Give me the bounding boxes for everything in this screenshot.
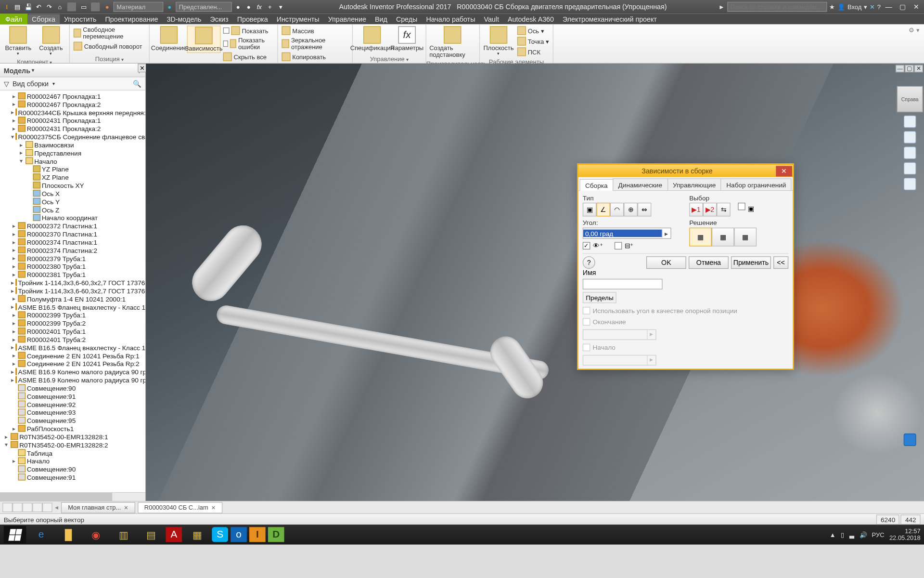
tree-node[interactable]: ▸R00002379 Труба:1 xyxy=(1,254,145,262)
assembly-view-dropdown[interactable]: Вид сборки xyxy=(13,80,49,88)
dialog-help-button[interactable]: ? xyxy=(583,256,595,269)
qat-redo-icon[interactable]: ↷ xyxy=(45,2,53,11)
view-mode-2[interactable] xyxy=(13,503,23,512)
dialog-tab-2[interactable]: Управляющие xyxy=(667,178,721,190)
ok-button[interactable]: OK xyxy=(646,256,686,269)
qat-add-icon[interactable]: + xyxy=(266,2,274,11)
qat-extra2-icon[interactable]: ● xyxy=(244,2,253,11)
type-symmetry-icon[interactable]: ⇔ xyxy=(638,203,651,216)
tree-node[interactable]: ▸R00002467 Прокладка:1 xyxy=(1,92,145,100)
pick-chain-check[interactable] xyxy=(738,203,745,210)
taskbar-app1-icon[interactable]: ▥ xyxy=(111,526,136,543)
menu-Проверка[interactable]: Проверка xyxy=(233,14,272,24)
show-errors-button[interactable]: Показать ошибки xyxy=(222,36,275,51)
vp-min-icon[interactable]: — xyxy=(896,65,904,73)
show-button[interactable]: Показать xyxy=(222,26,275,36)
limits-header[interactable]: Пределы xyxy=(583,292,616,303)
nav-pan-icon[interactable] xyxy=(904,146,916,159)
ucs-button[interactable]: ПСК xyxy=(516,47,550,57)
menu-Управление[interactable]: Управление xyxy=(324,14,371,24)
qat-select-icon[interactable]: ▭ xyxy=(79,2,88,11)
dialog-tab-3[interactable]: Набор ограничений xyxy=(721,178,792,190)
qat-material-icon[interactable]: ● xyxy=(103,2,112,11)
view-mode-1[interactable] xyxy=(2,503,13,512)
menu-Сборка[interactable]: Сборка xyxy=(27,14,60,24)
qat-home-icon[interactable]: ⌂ xyxy=(55,2,64,11)
solution-1-icon[interactable]: ▦ xyxy=(689,228,712,247)
taskbar-ie-icon[interactable]: e xyxy=(29,526,54,543)
tree-node[interactable]: Начало координат xyxy=(1,213,145,222)
tray-vol-icon[interactable]: 🔊 xyxy=(860,531,867,538)
tree-node[interactable]: ▾R0TN35452-00-EMR132828:2 xyxy=(1,440,145,448)
tree-node[interactable]: XZ Plane xyxy=(1,173,145,181)
signin-icon[interactable]: 👤 xyxy=(837,3,845,10)
tree-node[interactable]: ▸Представления xyxy=(1,148,145,157)
preview-check[interactable]: ✓ xyxy=(583,242,590,250)
signin-label[interactable]: Вход xyxy=(847,3,861,10)
tree-node[interactable]: ▸ASME B16.9 Колено малого радиуса 90 гра… xyxy=(1,376,145,384)
tree-node[interactable]: Совмещение:95 xyxy=(1,416,145,424)
tree-node[interactable]: ▸R00002431 Прокладка:2 xyxy=(1,124,145,132)
filter-icon[interactable]: ▽ xyxy=(4,79,9,88)
create-button[interactable]: Создать▾ xyxy=(35,26,66,57)
apply-button[interactable]: Применить xyxy=(731,256,771,269)
tray-lang[interactable]: РУС xyxy=(872,531,885,538)
hide-all-button[interactable]: Скрыть все xyxy=(222,52,275,62)
file-tab[interactable]: Файл xyxy=(0,13,27,24)
name-input[interactable] xyxy=(583,279,663,289)
qat-fx-icon[interactable]: fx xyxy=(255,2,264,11)
taskbar-acrobat-icon[interactable]: A xyxy=(166,527,182,542)
copy-button[interactable]: Копировать xyxy=(281,52,350,62)
type-tangent-icon[interactable]: ◠ xyxy=(610,203,624,216)
pick-second-icon[interactable]: ▶2 xyxy=(703,203,717,216)
tree-node[interactable]: Таблица xyxy=(1,448,145,457)
pick-predict-icon[interactable]: ▣ xyxy=(745,203,757,214)
tray-flag-icon[interactable]: ▯ xyxy=(841,531,845,538)
menu-3D-модель[interactable]: 3D-модель xyxy=(162,14,205,24)
menu-Autodesk A360[interactable]: Autodesk A360 xyxy=(503,14,558,24)
axis-button[interactable]: Ось ▾ xyxy=(516,26,550,36)
tree-node[interactable]: Ось X xyxy=(1,189,145,197)
taskbar-outlook-icon[interactable]: o xyxy=(231,527,247,542)
tree-node[interactable]: ▸R00002370 Пластина:1 xyxy=(1,230,145,238)
menu-Упростить[interactable]: Упростить xyxy=(60,14,101,24)
type-mate-icon[interactable]: ▣ xyxy=(583,203,596,216)
tree-node[interactable]: Совмещение:90 xyxy=(1,465,145,473)
mirror-button[interactable]: Зеркальное отражение xyxy=(281,36,350,51)
tree-node[interactable]: ▸R00002401 Труба:1 xyxy=(1,327,145,335)
tree-node[interactable]: ▸R00002380 Труба:1 xyxy=(1,262,145,270)
qat-save-icon[interactable]: 💾 xyxy=(24,2,32,11)
free-rotate-button[interactable]: Свободный поворот xyxy=(72,41,146,51)
tree-node[interactable]: ▸R0TN35452-00-EMR132828:1 xyxy=(1,432,145,440)
qat-open-icon[interactable]: ▤ xyxy=(13,2,22,11)
help-icon[interactable]: ? xyxy=(877,3,881,10)
viewport[interactable]: —▢✕ Справа Зависимости в сборке✕ СборкаД… xyxy=(146,64,924,501)
tree-node[interactable]: ▸R00002374 Пластина:1 xyxy=(1,237,145,246)
tree-node[interactable]: Плоскость XY xyxy=(1,181,145,189)
search-icon[interactable]: ► xyxy=(719,3,725,10)
lock-check[interactable] xyxy=(615,242,622,250)
close-button[interactable]: ✕ xyxy=(911,2,922,12)
tree-node[interactable]: Совмещение:91 xyxy=(1,392,145,400)
menu-Среды[interactable]: Среды xyxy=(392,14,422,24)
constrain-button[interactable]: Зависимость xyxy=(187,26,221,53)
menu-Электромеханический проект[interactable]: Электромеханический проект xyxy=(558,14,661,24)
tree-node[interactable]: ▸Соединение 2 EN 10241 Резьба Rp:1 xyxy=(1,351,145,359)
model-tree[interactable]: ▸R00002467 Прокладка:1▸R00002467 Проклад… xyxy=(0,91,145,492)
tree-node[interactable]: ▸R00002374 Пластина:2 xyxy=(1,246,145,254)
x-icon[interactable]: ✕ xyxy=(870,3,874,10)
tree-node[interactable]: ▸Взаимосвязи xyxy=(1,140,145,148)
menu-Начало работы[interactable]: Начало работы xyxy=(422,14,479,24)
tree-scrollbar[interactable] xyxy=(0,492,145,501)
tree-node[interactable]: ▸РабПлоскость1 xyxy=(1,424,145,433)
tree-node[interactable]: Ось Y xyxy=(1,197,145,205)
tree-node[interactable]: ▸R00002401 Труба:2 xyxy=(1,335,145,343)
menu-Инструменты[interactable]: Инструменты xyxy=(272,14,324,24)
tree-node[interactable]: ▸R00002467 Прокладка:2 xyxy=(1,100,145,108)
maximize-button[interactable]: ▢ xyxy=(897,2,908,12)
view-mode-3[interactable] xyxy=(23,503,33,512)
menu-Проектирование[interactable]: Проектирование xyxy=(101,14,163,24)
qat-undo-icon[interactable]: ↶ xyxy=(34,2,43,11)
system-tray[interactable]: ▲ ▯ ▃ 🔊 РУС 12:5722.05.2018 xyxy=(830,528,921,541)
tree-node[interactable]: Совмещение:93 xyxy=(1,408,145,416)
